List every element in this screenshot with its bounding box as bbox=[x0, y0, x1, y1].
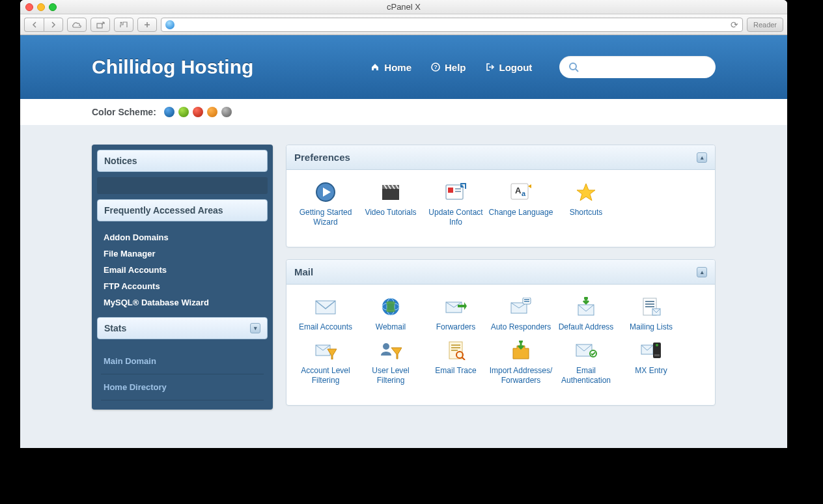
zoom-window-button[interactable] bbox=[49, 3, 57, 11]
search-icon bbox=[568, 62, 579, 72]
app-mx-entry[interactable]: MX Entry bbox=[619, 339, 684, 392]
svg-point-44 bbox=[656, 344, 658, 346]
help-icon: ? bbox=[431, 63, 440, 72]
app-user-level-filtering[interactable]: User Level Filtering bbox=[358, 339, 423, 392]
nav-logout[interactable]: Logout bbox=[486, 62, 533, 73]
auth-icon bbox=[553, 339, 619, 362]
globe-icon bbox=[358, 295, 423, 318]
search-box[interactable] bbox=[559, 56, 716, 78]
star-icon bbox=[553, 180, 619, 204]
close-window-button[interactable] bbox=[25, 3, 33, 11]
svg-rect-34 bbox=[451, 344, 460, 346]
reply-icon bbox=[488, 295, 553, 318]
app-email-authentication[interactable]: Email Authentication bbox=[553, 339, 619, 392]
sidebar-stats-header[interactable]: Stats ▾ bbox=[97, 317, 268, 339]
svg-text:a: a bbox=[522, 189, 526, 197]
search-input[interactable] bbox=[579, 62, 706, 72]
forward-arrow-icon bbox=[423, 295, 488, 318]
nav-home[interactable]: Home bbox=[370, 62, 412, 73]
forward-button[interactable] bbox=[44, 18, 63, 32]
app-mailing-lists[interactable]: Mailing Lists bbox=[619, 295, 684, 339]
reader-button[interactable]: Reader bbox=[747, 18, 783, 32]
svg-rect-35 bbox=[451, 347, 460, 348]
title-bar: cPanel X bbox=[20, 0, 787, 14]
scheme-green[interactable] bbox=[178, 107, 189, 117]
top-sites-button[interactable] bbox=[114, 18, 133, 32]
svg-rect-28 bbox=[645, 303, 654, 305]
svg-point-25 bbox=[584, 297, 588, 300]
sidebar: Notices Frequently Accessed Areas Addon … bbox=[92, 145, 273, 410]
color-scheme-options bbox=[164, 107, 232, 117]
chevron-down-icon[interactable]: ▾ bbox=[250, 323, 260, 333]
notices-body bbox=[97, 177, 268, 194]
address-bar[interactable]: ⟳ bbox=[161, 18, 743, 32]
sidebar-freq-header[interactable]: Frequently Accessed Areas bbox=[97, 199, 268, 221]
play-icon bbox=[293, 180, 358, 204]
freq-list: Addon Domains File Manager Email Account… bbox=[97, 227, 268, 317]
stat-row: Home Directory bbox=[101, 374, 264, 400]
app-update-contact-info[interactable]: Update Contact Info bbox=[423, 180, 488, 234]
panel-preferences: Preferences ▴ Getting Started Wizard Vid… bbox=[286, 145, 716, 247]
app-email-trace[interactable]: Email Trace bbox=[423, 339, 488, 392]
stat-row: Main Domain bbox=[101, 348, 264, 374]
main-panels: Preferences ▴ Getting Started Wizard Vid… bbox=[286, 145, 716, 406]
page-viewport: Chillidog Hosting Home ? Help Logout bbox=[20, 35, 787, 448]
svg-rect-23 bbox=[524, 301, 529, 302]
panel-preferences-header[interactable]: Preferences ▴ bbox=[286, 145, 715, 170]
svg-line-38 bbox=[462, 357, 465, 360]
svg-rect-22 bbox=[524, 299, 529, 300]
scheme-red[interactable] bbox=[193, 107, 203, 117]
scheme-blue[interactable] bbox=[164, 107, 174, 117]
svg-point-39 bbox=[519, 341, 523, 343]
scheme-gray[interactable] bbox=[221, 107, 232, 117]
freq-link[interactable]: Addon Domains bbox=[101, 229, 264, 245]
freq-link[interactable]: File Manager bbox=[101, 245, 264, 262]
server-icon bbox=[619, 339, 684, 362]
add-bookmark-button[interactable] bbox=[137, 18, 157, 32]
svg-line-5 bbox=[576, 69, 578, 72]
logout-icon bbox=[486, 63, 495, 72]
chevron-up-icon[interactable]: ▴ bbox=[697, 152, 707, 163]
content-area: Notices Frequently Accessed Areas Addon … bbox=[20, 125, 787, 410]
nav-help[interactable]: ? Help bbox=[431, 62, 466, 73]
filter-account-icon bbox=[293, 339, 358, 362]
app-auto-responders[interactable]: Auto Responders bbox=[488, 295, 553, 339]
trace-icon bbox=[423, 339, 488, 362]
chevron-up-icon[interactable]: ▴ bbox=[697, 267, 707, 277]
app-default-address[interactable]: Default Address bbox=[553, 295, 619, 339]
app-email-accounts[interactable]: Email Accounts bbox=[293, 295, 358, 339]
share-button[interactable] bbox=[91, 18, 110, 32]
freq-link[interactable]: FTP Accounts bbox=[101, 278, 264, 294]
site-favicon-icon bbox=[165, 20, 174, 29]
envelope-icon bbox=[293, 295, 358, 318]
svg-rect-9 bbox=[448, 188, 453, 193]
browser-window: cPanel X ⟳ Reader Chillidog Hosting Home bbox=[20, 0, 787, 448]
svg-rect-7 bbox=[382, 189, 399, 200]
app-webmail[interactable]: Webmail bbox=[358, 295, 423, 339]
freq-link[interactable]: MySQL® Database Wizard bbox=[101, 294, 264, 311]
app-getting-started-wizard[interactable]: Getting Started Wizard bbox=[293, 180, 358, 234]
svg-rect-10 bbox=[455, 188, 461, 189]
app-video-tutorials[interactable]: Video Tutorials bbox=[358, 180, 423, 234]
panel-mail-header[interactable]: Mail ▴ bbox=[286, 260, 715, 285]
freq-link[interactable]: Email Accounts bbox=[101, 262, 264, 278]
filter-user-icon bbox=[358, 339, 423, 362]
scheme-orange[interactable] bbox=[207, 107, 217, 117]
app-change-language[interactable]: Aa Change Language bbox=[488, 180, 553, 234]
app-forwarders[interactable]: Forwarders bbox=[423, 295, 488, 339]
language-icon: Aa bbox=[488, 180, 553, 204]
reload-icon[interactable]: ⟳ bbox=[731, 20, 738, 30]
svg-point-4 bbox=[570, 63, 576, 70]
window-controls bbox=[25, 3, 57, 11]
minimize-window-button[interactable] bbox=[37, 3, 45, 11]
app-shortcuts[interactable]: Shortcuts bbox=[553, 180, 619, 234]
app-account-level-filtering[interactable]: Account Level Filtering bbox=[293, 339, 358, 392]
window-title: cPanel X bbox=[387, 2, 421, 12]
svg-text:?: ? bbox=[434, 64, 438, 70]
icloud-button[interactable] bbox=[67, 18, 87, 32]
back-button[interactable] bbox=[24, 18, 44, 32]
stats-body: Main Domain Home Directory bbox=[97, 344, 268, 404]
brand-logo: Chillidog Hosting bbox=[92, 56, 253, 78]
sidebar-notices-header[interactable]: Notices bbox=[97, 150, 268, 172]
app-import-addresses[interactable]: Import Addresses/ Forwarders bbox=[488, 339, 553, 392]
